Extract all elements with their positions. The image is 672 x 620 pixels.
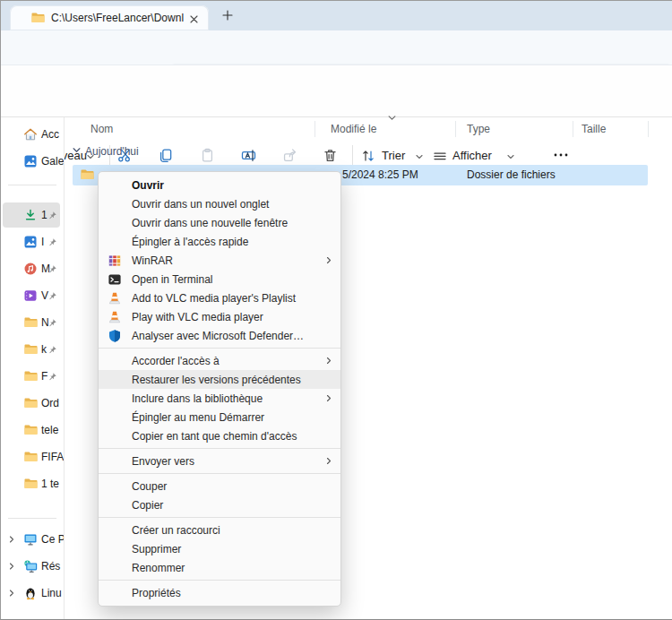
folder-icon [23,342,38,357]
title-bar: C:\Users\FreeLancer\Downloa [1,1,672,30]
music-icon [23,262,38,276]
menu-item-ouvrir[interactable]: Ouvrir [99,176,340,194]
pin-icon [47,372,57,382]
menu-item-couper[interactable]: Couper [99,477,340,495]
menu-separator [99,580,340,581]
tab-title: C:\Users\FreeLancer\Downloa [51,5,184,30]
file-row-modified-date: 5/2024 8:25 PM [342,165,418,185]
column-header-taille[interactable]: Taille [582,119,606,139]
rename-button[interactable] [241,148,256,163]
paste-button[interactable] [200,148,215,163]
network-icon [23,559,38,573]
rename-icon [241,148,256,163]
tab-close-button[interactable] [186,12,201,26]
menu-item-epingler-acces-rapide[interactable]: Épingler à l'accès rapide [99,232,340,251]
sidebar-item-label: Ord [41,392,59,414]
menu-item-creer-raccourci[interactable]: Créer un raccourci [99,521,340,539]
column-divider[interactable] [573,121,573,137]
sidebar-item-accueil[interactable]: Acc [1,124,65,145]
folder-icon [80,168,94,182]
column-divider[interactable] [455,121,456,137]
chevron-right-icon [8,536,15,543]
sidebar-item-label: FIFA [41,446,64,468]
sidebar-item-musique[interactable]: M [1,258,65,280]
menu-item-inclure-bibliotheque[interactable]: Inclure dans la bibliothèque [99,389,340,408]
pin-icon [47,211,57,220]
menu-item-renommer[interactable]: Renommer [99,558,340,577]
vlc-icon [108,310,122,324]
sidebar-item-folder[interactable]: FIFA [1,446,65,468]
file-row-type: Dossier de fichiers [467,165,556,185]
menu-item-restaurer-versions[interactable]: Restaurer les versions précédentes [99,370,340,389]
menu-item-analyser-defender[interactable]: Analyser avec Microsoft Defender… [99,326,340,345]
folder-icon [23,423,38,437]
sidebar-item-images[interactable]: I [1,231,65,253]
sidebar-item-ce-pc[interactable]: Ce P [1,529,65,550]
folder-icon [23,450,38,464]
folder-icon [23,477,38,491]
sidebar-item-folder-pinned[interactable]: k [1,339,65,360]
menu-item-open-in-terminal[interactable]: Open in Terminal [99,270,340,288]
column-divider[interactable] [648,121,649,137]
sidebar-item-label: Gale [41,151,64,172]
trash-icon [323,148,338,163]
group-collapse-chevron-icon[interactable] [73,146,81,154]
menu-separator [99,517,340,518]
menu-item-proprietes[interactable]: Propriétés [99,583,340,602]
menu-item-supprimer[interactable]: Supprimer [99,539,340,558]
menu-item-add-to-vlc-playlist[interactable]: Add to VLC media player's Playlist [99,288,340,307]
menu-separator [99,473,340,474]
defender-shield-icon [108,329,122,343]
sidebar-item-downloads[interactable]: 1 [1,204,65,226]
menu-item-accorder-acces[interactable]: Accorder l'accès à [99,351,340,370]
menu-item-winrar[interactable]: WinRAR [99,251,340,270]
sidebar-separator [8,185,56,185]
submenu-arrow-icon [325,256,332,264]
paste-icon [200,148,215,163]
sidebar-item-folder[interactable]: tele [1,419,65,441]
sidebar-item-folder-pinned[interactable]: N [1,312,65,333]
menu-item-ouvrir-nouvel-onglet[interactable]: Ouvrir dans un nouvel onglet [99,194,340,213]
sidebar-item-reseau[interactable]: Rés [1,555,65,577]
sidebar-item-label: Ce P [41,529,65,550]
navigation-bar: Téléchargements Nouveau dossier [1,30,672,65]
linux-penguin-icon [23,586,38,600]
copy-icon [158,148,173,163]
pin-icon [47,291,57,301]
sidebar-item-folder-pinned[interactable]: F [1,366,65,387]
folder-icon [30,11,45,25]
vlc-icon [108,291,122,306]
download-icon [23,208,38,222]
sidebar-item-label: 1 te [41,473,59,495]
command-toolbar: Nouveau Trier [1,65,672,117]
more-options-button[interactable] [553,150,569,160]
chevron-right-icon [8,590,15,597]
column-header-nom[interactable]: Nom [90,119,113,139]
sidebar-item-folder[interactable]: 1 te [1,473,65,495]
menu-item-epingler-menu-demarrer[interactable]: Épingler au menu Démarrer [99,408,340,426]
menu-item-copier[interactable]: Copier [99,495,340,514]
menu-item-envoyer-vers[interactable]: Envoyer vers [99,452,340,470]
group-header-aujourdhui[interactable]: Aujourd'hui [85,143,139,159]
pin-icon [47,237,57,247]
menu-separator [99,448,340,449]
menu-item-play-with-vlc[interactable]: Play with VLC media player [99,307,340,326]
sidebar-item-linux[interactable]: Linu [1,582,65,604]
explorer-tab[interactable]: C:\Users\FreeLancer\Downloa [10,5,209,30]
column-divider[interactable] [314,121,315,137]
copy-button[interactable] [158,148,173,163]
column-header-modifie-le[interactable]: Modifié le [331,119,376,139]
share-button[interactable] [282,148,297,163]
menu-item-ouvrir-nouvelle-fenetre[interactable]: Ouvrir dans une nouvelle fenêtre [99,213,340,232]
menu-item-copier-chemin[interactable]: Copier en tant que chemin d'accès [99,426,340,445]
delete-button[interactable] [323,148,338,163]
sidebar-item-videos[interactable]: V [1,285,65,306]
computer-icon [23,532,38,547]
plus-icon [222,10,233,21]
folder-icon [23,315,38,330]
submenu-arrow-icon [325,357,332,365]
column-header-type[interactable]: Type [467,119,490,139]
new-tab-button[interactable] [220,7,236,23]
sidebar-item-folder[interactable]: Ord [1,392,65,414]
sidebar-item-galerie[interactable]: Gale [1,151,65,172]
